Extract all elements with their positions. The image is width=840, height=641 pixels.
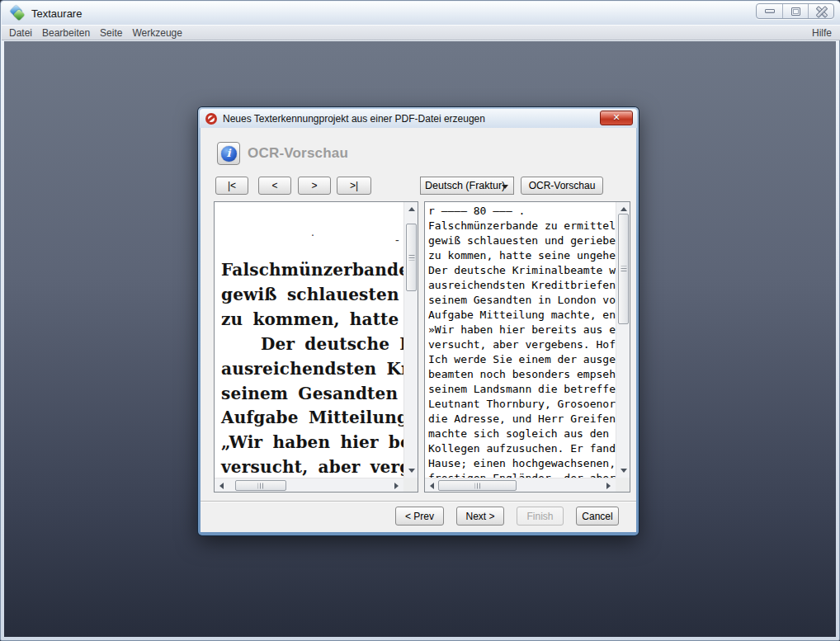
dialog-title: Neues Texterkennungprojekt aus einer PDF… bbox=[223, 113, 485, 125]
ocr-text-line: seinem Landsmann die betreffe bbox=[428, 382, 616, 397]
menu-hilfe[interactable]: Hilfe bbox=[804, 27, 840, 39]
scroll-down-icon[interactable] bbox=[616, 464, 630, 478]
scroll-left-icon[interactable] bbox=[425, 478, 439, 493]
ocr-text-line: Kollegen aufzusuchen. Er fand bbox=[428, 441, 616, 456]
minimize-icon bbox=[765, 9, 775, 13]
ocr-vertical-scrollbar[interactable] bbox=[616, 202, 630, 478]
last-page-button[interactable]: >| bbox=[337, 177, 371, 195]
scroll-down-icon[interactable] bbox=[404, 464, 418, 478]
scan-stray-dot: . bbox=[311, 225, 314, 238]
dialog-body: i OCR-Vorschau |< < > >| Deutsch (Fraktu… bbox=[201, 128, 636, 532]
window-titlebar[interactable]: Textaurare bbox=[2, 2, 840, 25]
maximize-icon bbox=[791, 7, 800, 16]
prev-page-button[interactable]: < bbox=[258, 177, 291, 195]
scan-horizontal-scrollbar[interactable] bbox=[215, 478, 403, 492]
scan-text-line: „Wir haben hier berei bbox=[221, 432, 403, 452]
ocr-text-line: Leutnant Thornbury, Grosoenor bbox=[428, 397, 616, 412]
ocr-text-line: »Wir haben hier bereits aus e bbox=[428, 323, 616, 337]
scroll-right-icon[interactable] bbox=[602, 478, 616, 493]
scan-text-line: seinem Gesandten in Lo bbox=[221, 384, 403, 403]
language-dropdown-value: Deutsch (Fraktur) bbox=[421, 180, 505, 191]
scan-vscroll-thumb[interactable] bbox=[406, 224, 417, 291]
next-step-button[interactable]: Next > bbox=[456, 507, 504, 526]
menu-bearbeiten[interactable]: Bearbeiten bbox=[37, 27, 95, 39]
ocr-text-line: beamten noch besonders empseh bbox=[428, 367, 616, 382]
ocr-horizontal-scrollbar[interactable] bbox=[425, 478, 616, 492]
ocr-text-line: die Adresse, und Herr Greifen bbox=[428, 412, 616, 427]
scan-vertical-scrollbar[interactable] bbox=[403, 202, 418, 478]
cancel-button[interactable]: Cancel bbox=[576, 507, 619, 526]
ocr-preview-button[interactable]: OCR-Vorschau bbox=[521, 177, 603, 195]
scan-text-line: Der deutsche Krim bbox=[261, 334, 403, 354]
prev-step-button[interactable]: < Prev bbox=[395, 507, 444, 526]
ocr-text-line: versucht, aber vergebens. Hof bbox=[428, 337, 616, 352]
chevron-down-icon bbox=[502, 185, 508, 189]
scrollbar-corner bbox=[616, 478, 630, 492]
ocr-text-line: machte sich sogleich aus den bbox=[428, 427, 609, 441]
scan-text-line: Aufgabe Mitteilung mac bbox=[221, 408, 403, 427]
ocr-result-viewport[interactable]: r ———— 80 ——— . Falschmünzerbande zu erm… bbox=[425, 202, 616, 478]
menu-datei[interactable]: Datei bbox=[4, 27, 37, 39]
close-button[interactable] bbox=[808, 4, 833, 18]
ocr-vscroll-thumb[interactable] bbox=[618, 214, 629, 324]
app-window: Textaurare Datei Bearbeiten Seite Werkze… bbox=[0, 0, 840, 641]
scan-stray-dash: - bbox=[395, 233, 399, 247]
scan-text-line: ausreichendsten Kreditbri bbox=[221, 359, 403, 379]
next-page-button[interactable]: > bbox=[298, 177, 331, 195]
pdf-project-icon bbox=[205, 113, 217, 125]
scan-preview-panel: . - Falschmünzerbande zu er gewiß schlau… bbox=[214, 201, 418, 493]
ocr-text-line: Hause; einen hochgewachsenen, bbox=[428, 456, 616, 471]
info-icon: i bbox=[221, 146, 237, 162]
scan-text-line: Falschmünzerbande zu er bbox=[221, 260, 403, 280]
minimize-button[interactable] bbox=[757, 4, 782, 18]
menu-werkzeuge[interactable]: Werkzeuge bbox=[127, 27, 186, 39]
ocr-result-panel: r ———— 80 ——— . Falschmünzerbande zu erm… bbox=[424, 201, 630, 493]
ocr-text-line: Ich werde Sie einem der ausge bbox=[428, 352, 616, 367]
ocr-text-line: Der deutsche Kriminalbeamte w bbox=[428, 263, 616, 278]
scan-text-line: zu kommen, hatte seine bbox=[221, 309, 403, 329]
maximize-button[interactable] bbox=[782, 4, 808, 18]
scroll-right-icon[interactable] bbox=[389, 478, 403, 493]
dialog-close-button[interactable]: ✕ bbox=[600, 111, 633, 125]
scroll-left-icon[interactable] bbox=[215, 478, 229, 493]
scrollbar-corner bbox=[403, 478, 418, 492]
first-page-button[interactable]: |< bbox=[215, 177, 248, 195]
window-controls bbox=[756, 3, 834, 19]
scan-text-line: gewiß schlauesten und ge bbox=[221, 285, 403, 304]
ocr-text-line: Aufgabe Mitteilung machte, en bbox=[428, 308, 616, 323]
desktop-area: Neues Texterkennungprojekt aus einer PDF… bbox=[4, 41, 836, 637]
ocr-text-line: zu kommen, hatte seine ungehe bbox=[428, 248, 616, 263]
finish-button: Finish bbox=[517, 507, 564, 526]
footer-separator bbox=[201, 501, 636, 502]
menu-seite[interactable]: Seite bbox=[95, 27, 127, 39]
ocr-text-line: seinem Gesandten in London vo bbox=[428, 293, 616, 308]
ocr-text-line: frostigen Engländer, der aber bbox=[428, 471, 616, 478]
ocr-text-line: gewiß schlauesten und geriebe bbox=[428, 233, 616, 248]
ocr-text-line: ausreichendsten Kreditbriefen bbox=[428, 278, 616, 293]
scan-preview-viewport[interactable]: . - Falschmünzerbande zu er gewiß schlau… bbox=[215, 202, 403, 478]
scan-text-line: versucht, aber vergebens bbox=[221, 457, 403, 477]
info-button[interactable]: i bbox=[217, 142, 240, 165]
dialog-window: Neues Texterkennungprojekt aus einer PDF… bbox=[198, 107, 639, 535]
app-icon bbox=[9, 6, 26, 21]
ocr-text-line: r ———— 80 ——— . bbox=[428, 204, 525, 219]
menubar: Datei Bearbeiten Seite Werkzeuge Hilfe bbox=[2, 25, 840, 40]
dialog-step-title: OCR-Vorschau bbox=[248, 145, 348, 162]
ocr-hscroll-thumb[interactable] bbox=[438, 480, 517, 491]
scan-hscroll-thumb[interactable] bbox=[235, 480, 286, 491]
dialog-titlebar[interactable]: Neues Texterkennungprojekt aus einer PDF… bbox=[200, 109, 637, 128]
ocr-text-line: Falschmünzerbande zu ermittel bbox=[428, 219, 616, 233]
close-icon bbox=[816, 7, 826, 16]
scroll-up-icon[interactable] bbox=[404, 202, 418, 216]
window-title: Textaurare bbox=[31, 7, 82, 20]
language-dropdown[interactable]: Deutsch (Fraktur) bbox=[420, 177, 514, 195]
